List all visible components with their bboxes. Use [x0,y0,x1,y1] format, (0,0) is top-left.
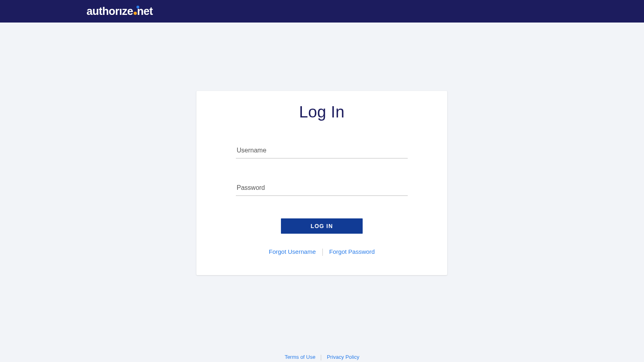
username-field-wrap: Username [236,144,408,158]
footer: Terms of Use Privacy Policy [0,354,644,360]
link-divider [322,249,323,256]
logo-blue-dot-icon [136,6,139,8]
login-button[interactable]: LOG IN [281,218,363,234]
logo-text-1: author [87,5,119,17]
footer-divider [321,355,321,360]
header-bar: authorıze net [0,0,644,23]
forgot-password-link[interactable]: Forgot Password [329,248,375,255]
password-input[interactable] [236,181,408,196]
brand-logo: authorıze net [87,6,153,17]
page-title: Log In [236,103,408,121]
privacy-link[interactable]: Privacy Policy [327,354,359,360]
forgot-username-link[interactable]: Forgot Username [269,248,316,255]
logo-text-2: ze [122,5,133,17]
login-card: Log In Username Password LOG IN Forgot U… [196,91,447,275]
username-input[interactable] [236,144,408,158]
terms-link[interactable]: Terms of Use [285,354,316,360]
logo-orange-dot-icon [134,12,137,15]
password-field-wrap: Password [236,181,408,196]
logo-text-i: ı [119,5,122,17]
help-links: Forgot Username Forgot Password [236,248,408,256]
logo-text-3: net [137,6,153,17]
